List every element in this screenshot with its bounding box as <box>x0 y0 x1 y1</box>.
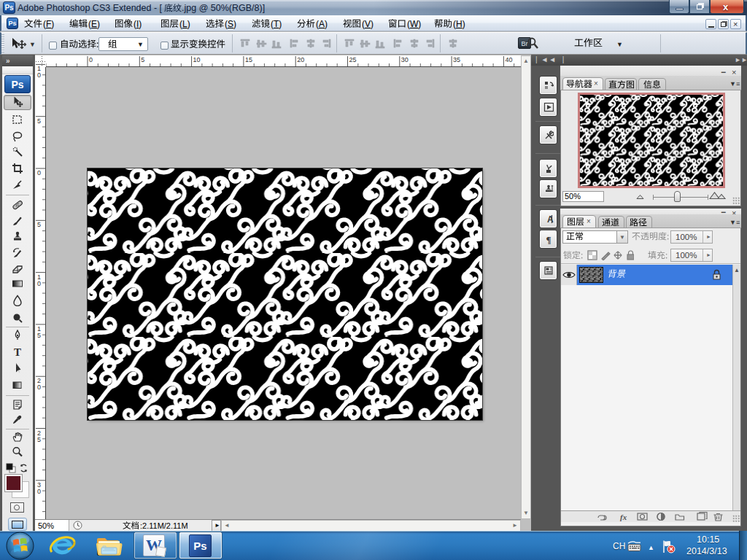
svg-text:30: 30 <box>401 56 409 63</box>
svg-text:20: 20 <box>297 56 304 63</box>
svg-text:5: 5 <box>37 221 41 228</box>
svg-text:25: 25 <box>349 56 357 63</box>
svg-text:5: 5 <box>37 436 41 443</box>
svg-text:40: 40 <box>505 56 512 63</box>
svg-text:0: 0 <box>37 71 41 79</box>
svg-text:35: 35 <box>453 56 460 63</box>
svg-text:0: 0 <box>37 169 41 176</box>
svg-text:15: 15 <box>245 56 252 63</box>
svg-text:fx: fx <box>620 513 627 521</box>
svg-text:5: 5 <box>37 332 41 339</box>
svg-text:0: 0 <box>37 488 41 495</box>
svg-text:0: 0 <box>89 56 93 63</box>
svg-text:T: T <box>14 346 21 358</box>
svg-text:5: 5 <box>141 56 144 63</box>
svg-text:5: 5 <box>37 117 41 125</box>
svg-text:A: A <box>547 214 554 224</box>
svg-text:10: 10 <box>193 56 201 63</box>
svg-text:0: 0 <box>37 384 41 391</box>
svg-text:0: 0 <box>37 280 41 287</box>
svg-text:¶: ¶ <box>546 234 551 244</box>
